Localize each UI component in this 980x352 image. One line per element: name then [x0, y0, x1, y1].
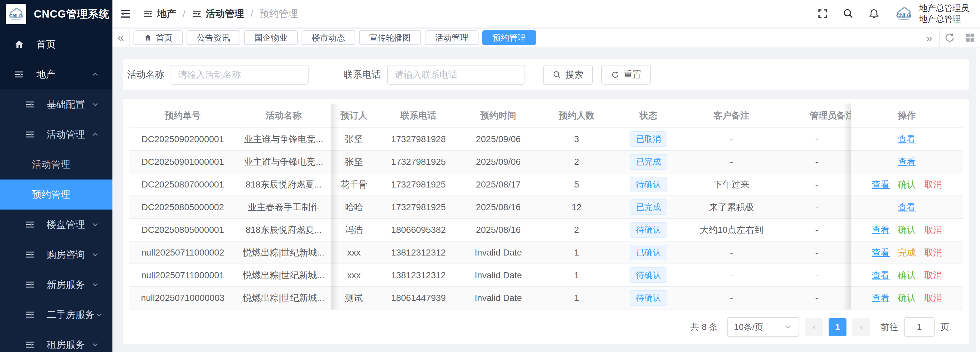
reset-button-icon	[611, 70, 620, 79]
view-action-link[interactable]: 查看	[898, 133, 916, 145]
status-badge: 待确认	[630, 268, 667, 283]
confirm-action-link[interactable]: 确认	[898, 224, 916, 236]
cell-time: 2025/08/17	[460, 173, 537, 196]
cell-count: 2	[537, 150, 616, 173]
table-row-1: DC20250901000001业主谁与争锋电竞...张坚17327981925…	[129, 150, 963, 173]
table-row-2: DC20250807000001818东辰悦府燃夏...花千骨173279819…	[129, 173, 963, 196]
sidebar-item-9-二手房服务[interactable]: 二手房服务	[0, 299, 113, 330]
view-action-link[interactable]: 查看	[872, 247, 889, 259]
refresh-icon[interactable]	[939, 29, 959, 47]
cell-order_no: DC20250805000002	[129, 196, 236, 218]
cancel-action-link[interactable]: 取消	[924, 224, 942, 236]
sidebar-item-label: 活动管理	[47, 128, 85, 141]
contact-phone-input[interactable]	[387, 65, 525, 84]
cancel-action-link[interactable]: 取消	[924, 269, 942, 281]
tab-宣传轮播图[interactable]: 宣传轮播图	[359, 30, 421, 45]
view-action-link[interactable]: 查看	[872, 224, 889, 236]
menu-icon	[192, 9, 202, 19]
user-info: 地产总管理员 地产总管理	[919, 3, 969, 25]
current-page-button[interactable]: 1	[829, 318, 846, 336]
column-header-admin_note: 管理员备注	[783, 104, 851, 128]
cell-person: 测试	[331, 287, 377, 309]
tab-国企物业[interactable]: 国企物业	[244, 30, 298, 45]
tabs: 首页公告资讯国企物业楼市动态宣传轮播图活动管理预约管理	[130, 29, 919, 47]
page-size-select[interactable]: 10条/页	[727, 317, 799, 337]
breadcrumb-item-活动管理[interactable]: 活动管理	[192, 7, 244, 21]
view-action-link[interactable]: 查看	[872, 292, 889, 304]
cell-count: 1	[537, 264, 616, 287]
sidebar-item-label: 租房服务	[47, 338, 85, 351]
cell-status: 已确认	[616, 241, 680, 264]
next-page-button[interactable]: ›	[852, 318, 870, 336]
fullscreen-icon[interactable]	[817, 8, 829, 19]
cell-person: 张坚	[331, 150, 377, 173]
status-badge: 已完成	[630, 199, 667, 215]
activity-name-input[interactable]	[170, 65, 309, 84]
notification-bell-icon[interactable]	[868, 8, 880, 19]
sidebar-item-5-预约管理[interactable]: 预约管理	[0, 180, 113, 210]
menu-icon	[25, 309, 35, 320]
column-header-count: 预约人数	[537, 104, 616, 128]
search-icon[interactable]	[843, 8, 854, 19]
cell-person: xxx	[331, 264, 377, 287]
tab-楼市动态[interactable]: 楼市动态	[302, 30, 355, 45]
menu-icon	[143, 9, 153, 19]
avatar: CNLG	[894, 4, 913, 24]
tab-label: 预约管理	[493, 32, 526, 43]
view-action-link[interactable]: 查看	[872, 178, 889, 191]
tabs-scroll-right-icon[interactable]: »	[919, 29, 939, 47]
cell-customer_note: 来了累积极	[680, 196, 783, 218]
cancel-action-link[interactable]: 取消	[924, 178, 942, 191]
sidebar-item-3-活动管理[interactable]: 活动管理	[0, 119, 113, 150]
sidebar-item-10-租房服务[interactable]: 租房服务	[0, 330, 113, 352]
view-action-link[interactable]: 查看	[872, 269, 889, 281]
prev-page-button[interactable]: ‹	[805, 318, 823, 336]
home-icon	[144, 33, 152, 42]
home-icon	[14, 39, 24, 49]
user-menu[interactable]: CNLG 地产总管理员 地产总管理	[894, 3, 969, 25]
tab-tools: »	[919, 29, 980, 47]
sidebar-item-2-基础配置[interactable]: 基础配置	[0, 89, 113, 119]
search-button[interactable]: 搜索	[543, 65, 593, 84]
cell-person: 花千骨	[331, 173, 377, 196]
sidebar-item-7-购房咨询[interactable]: 购房咨询	[0, 240, 113, 269]
cell-person: 哈哈	[331, 196, 377, 218]
browser-scrollbar[interactable]	[976, 48, 980, 352]
confirm-action-link[interactable]: 确认	[898, 178, 916, 191]
tab-活动管理[interactable]: 活动管理	[425, 30, 479, 45]
sidebar-item-8-新房服务[interactable]: 新房服务	[0, 269, 113, 299]
confirm-action-link[interactable]: 确认	[898, 292, 916, 304]
cell-count: 12	[537, 196, 616, 218]
cell-activity: 818东辰悦府燃夏...	[236, 173, 331, 196]
chevron-up-icon	[91, 130, 100, 139]
sidebar-fold-icon[interactable]	[119, 8, 132, 20]
svg-text:CNLG: CNLG	[896, 13, 911, 18]
tabs-scroll-left-icon[interactable]: «	[113, 29, 130, 47]
breadcrumb-item-地产[interactable]: 地产	[143, 7, 176, 21]
sidebar-item-0-首页[interactable]: 首页	[0, 29, 113, 59]
cell-customer_note: -	[680, 128, 783, 150]
cell-time: 2025/08/16	[460, 196, 537, 218]
cancel-action-link[interactable]: 取消	[924, 247, 942, 259]
chevron-up-icon	[91, 70, 100, 79]
complete-action-link[interactable]: 完成	[898, 247, 916, 259]
confirm-action-link[interactable]: 确认	[898, 269, 916, 281]
sidebar-item-6-楼盘管理[interactable]: 楼盘管理	[0, 210, 113, 240]
cell-time: 2025/08/16	[460, 218, 537, 241]
cell-phone: 17327981928	[377, 128, 460, 150]
sidebar-item-1-地产[interactable]: 地产	[0, 59, 113, 89]
view-action-link[interactable]: 查看	[898, 201, 916, 213]
sidebar-submenu: 基础配置活动管理活动管理预约管理楼盘管理购房咨询新房服务二手房服务租房服务	[0, 89, 113, 352]
reset-button[interactable]: 重置	[601, 65, 651, 84]
tab-预约管理[interactable]: 预约管理	[482, 30, 536, 45]
search-button-icon	[553, 70, 562, 79]
tab-首页[interactable]: 首页	[134, 30, 183, 45]
view-action-link[interactable]: 查看	[898, 156, 916, 168]
sidebar-item-4-活动管理[interactable]: 活动管理	[0, 150, 113, 180]
layout-grid-icon[interactable]	[959, 29, 980, 47]
cancel-action-link[interactable]: 取消	[924, 292, 942, 304]
tab-公告资讯[interactable]: 公告资讯	[186, 30, 240, 45]
status-badge: 已取消	[630, 131, 667, 147]
goto-page-input[interactable]	[904, 317, 935, 337]
app-logo: CNLG	[6, 4, 26, 24]
